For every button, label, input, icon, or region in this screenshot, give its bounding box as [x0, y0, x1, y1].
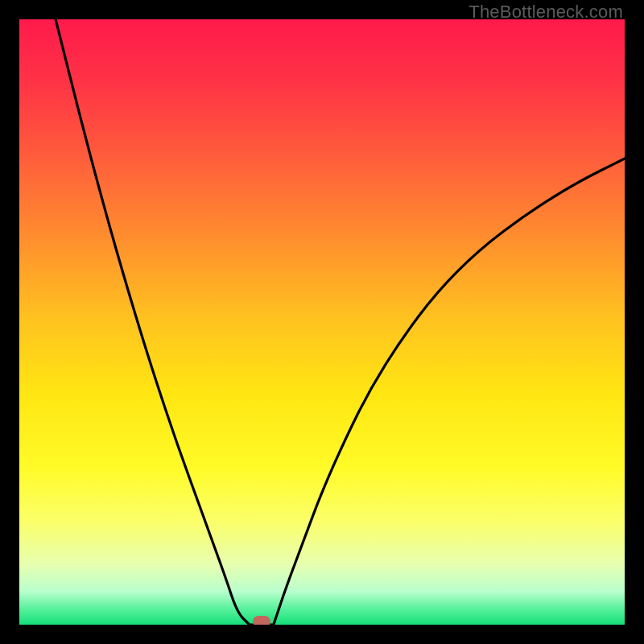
min-point-marker: [253, 616, 270, 625]
chart-frame: TheBottleneck.com: [0, 0, 644, 644]
bottleneck-curve: [19, 19, 625, 625]
watermark-text: TheBottleneck.com: [469, 2, 623, 23]
plot-area: [19, 19, 625, 625]
